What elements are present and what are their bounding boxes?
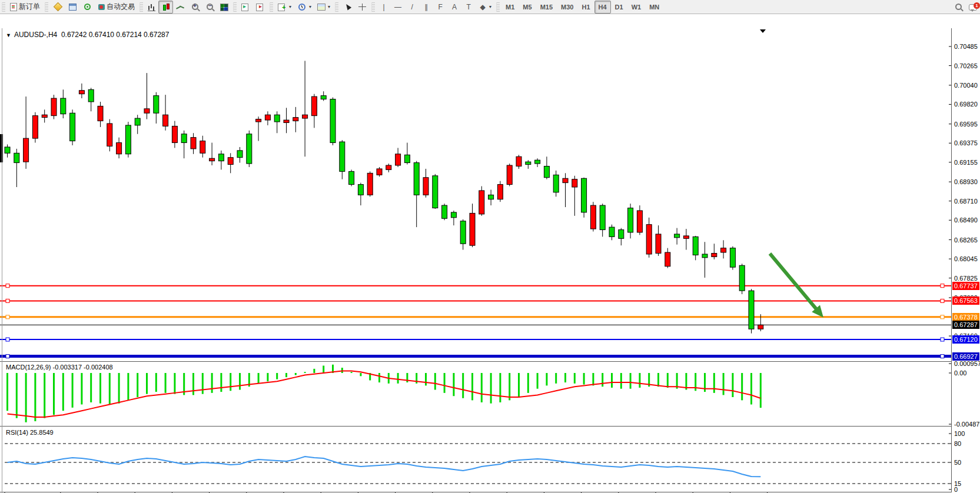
new-order-button-label: 新订单 xyxy=(19,2,40,12)
candle-body xyxy=(460,221,466,244)
chart-shift-marker[interactable] xyxy=(760,29,766,33)
timeframe-H1[interactable]: H1 xyxy=(577,1,594,14)
line-handle[interactable] xyxy=(6,299,9,302)
candle-body xyxy=(42,115,47,117)
price-axis-label: 0.68930 xyxy=(954,178,978,185)
timeframe-D1[interactable]: D1 xyxy=(611,1,627,14)
timeframe-M15[interactable]: M15 xyxy=(536,1,557,14)
candle-body xyxy=(404,155,410,162)
toolbar-group-handle[interactable] xyxy=(496,2,500,12)
candle-body xyxy=(507,165,512,185)
line-handle[interactable] xyxy=(941,315,944,319)
level-price-label[interactable]: 0.67378 xyxy=(952,313,979,321)
text-label-button[interactable]: T xyxy=(461,1,476,14)
dropdown-caret-icon[interactable]: ▾ xyxy=(309,4,311,9)
auto-scroll-icon xyxy=(241,3,250,11)
line-chart-button[interactable] xyxy=(173,1,188,14)
period-button[interactable]: ▾ xyxy=(294,1,314,14)
toolbar-group-handle[interactable] xyxy=(2,2,5,12)
level-price-label[interactable]: 0.67287 xyxy=(952,321,979,329)
level-price-label[interactable]: 0.67737 xyxy=(952,282,979,290)
timeframe-H4[interactable]: H4 xyxy=(594,1,611,14)
text-button[interactable]: A xyxy=(447,1,461,14)
candle-body xyxy=(172,126,177,142)
candle-body xyxy=(125,125,131,154)
price-chart-canvas[interactable] xyxy=(0,14,980,493)
toolbar-group-handle[interactable] xyxy=(371,2,375,12)
gem-button[interactable] xyxy=(50,1,66,14)
timeframe-M30[interactable]: M30 xyxy=(557,1,577,14)
equidistant-channel-button[interactable]: ∥ xyxy=(419,1,433,14)
toolbar-group-handle[interactable] xyxy=(270,2,273,12)
line-handle[interactable] xyxy=(941,299,944,302)
trendline-button[interactable]: / xyxy=(405,1,419,14)
vertical-line-button-glyph: | xyxy=(380,3,388,11)
dropdown-caret-icon[interactable]: ▾ xyxy=(328,4,330,9)
cursor-button[interactable] xyxy=(340,1,355,14)
candle-body xyxy=(181,134,187,143)
search-button[interactable] xyxy=(951,1,966,14)
new-chart-icon xyxy=(278,3,287,11)
candlestick-button[interactable] xyxy=(158,1,173,14)
bar-chart-button[interactable] xyxy=(145,1,158,14)
line-handle[interactable] xyxy=(6,355,9,358)
level-price-label[interactable]: 0.67120 xyxy=(952,335,979,344)
dropdown-caret-icon[interactable]: ▾ xyxy=(489,4,491,9)
vertical-line-button[interactable]: | xyxy=(377,1,391,14)
auto-scroll-button[interactable] xyxy=(238,1,253,14)
toolbar-group-handle[interactable] xyxy=(45,2,48,12)
timeframe-MN[interactable]: MN xyxy=(645,1,663,14)
candle-body xyxy=(70,113,75,141)
level-price-label[interactable]: 0.66927 xyxy=(952,352,979,361)
toolbar-group-handle[interactable] xyxy=(233,2,237,12)
dropdown-caret-icon[interactable]: ▾ xyxy=(289,4,291,9)
new-order-button[interactable]: 新订单 xyxy=(7,1,43,14)
candle-body xyxy=(479,191,484,214)
symbol-period-label: AUDUSD-,H4 xyxy=(14,31,57,39)
collapse-ohlc-icon[interactable]: ▼ xyxy=(6,32,11,38)
shapes-button[interactable]: ◆▾ xyxy=(476,1,494,14)
candle-body xyxy=(656,234,661,254)
candle-body xyxy=(14,153,19,162)
auto-trading-button[interactable]: 自动交易 xyxy=(95,1,138,14)
timeframe-M1[interactable]: M1 xyxy=(501,1,519,14)
price-axis-label: 0.70040 xyxy=(954,82,978,89)
candle-body xyxy=(442,205,447,218)
zoom-in-button[interactable] xyxy=(188,1,202,14)
horizontal-line-button[interactable]: — xyxy=(391,1,405,14)
toolbar-group-handle[interactable] xyxy=(335,2,338,12)
candle-body xyxy=(32,116,38,138)
signals-button[interactable] xyxy=(79,1,95,14)
bar-chart-icon xyxy=(148,2,155,11)
timeframe-W1[interactable]: W1 xyxy=(627,1,646,14)
market-watch-button[interactable] xyxy=(66,1,79,14)
candle-body xyxy=(228,158,233,165)
candle-body xyxy=(265,115,270,120)
macd-rsi-divider[interactable] xyxy=(0,426,951,427)
chart-shift-button[interactable] xyxy=(253,1,268,14)
crosshair-button[interactable] xyxy=(355,1,370,14)
tile-windows-button[interactable] xyxy=(217,1,231,14)
zoom-out-button[interactable] xyxy=(202,1,217,14)
level-price-label[interactable]: 0.67563 xyxy=(952,297,979,305)
line-handle[interactable] xyxy=(6,315,9,319)
toolbar-group-handle[interactable] xyxy=(139,2,143,12)
line-handle[interactable] xyxy=(6,338,9,341)
candle-body xyxy=(330,99,335,143)
gem-icon xyxy=(54,2,63,12)
candle-body xyxy=(758,325,763,329)
fibonacci-button[interactable]: F xyxy=(433,1,447,14)
main-macd-divider[interactable] xyxy=(0,361,951,362)
line-handle[interactable] xyxy=(6,284,9,288)
line-handle[interactable] xyxy=(941,338,944,341)
timeframe-label: W1 xyxy=(632,4,642,11)
line-handle[interactable] xyxy=(941,284,944,288)
candlestick-icon xyxy=(161,3,170,11)
chat-button[interactable]: 1 xyxy=(966,1,980,14)
template-button[interactable]: ▾ xyxy=(314,1,333,14)
chat-icon: 1 xyxy=(969,4,977,11)
line-handle[interactable] xyxy=(941,355,944,358)
trend-arrow[interactable] xyxy=(770,254,818,311)
new-chart-button[interactable]: ▾ xyxy=(275,1,294,14)
timeframe-M5[interactable]: M5 xyxy=(519,1,536,14)
